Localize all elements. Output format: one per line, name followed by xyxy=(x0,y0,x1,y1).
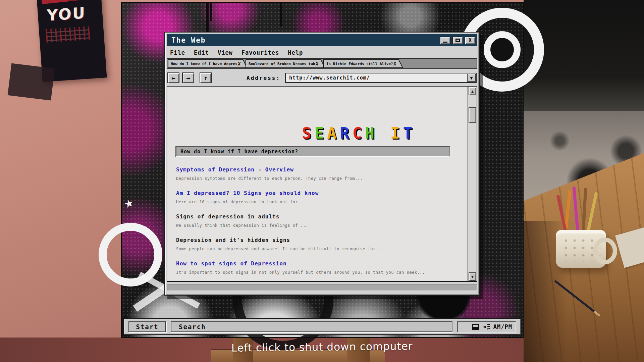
logo-letter: I xyxy=(390,124,403,142)
paint-drip xyxy=(280,3,282,27)
logo-letter: H xyxy=(365,124,378,142)
poster-text: YOU xyxy=(47,4,86,24)
result-description: Here are 10 signs of depression to look … xyxy=(176,200,464,204)
taskbar: Start Search ◄ AM/PM xyxy=(124,319,521,334)
search-result: Depression and it's hidden signs Some pe… xyxy=(176,237,464,251)
clock-label: AM/PM xyxy=(493,323,512,330)
result-title-link[interactable]: Signs of depression in adults xyxy=(176,213,279,220)
close-button[interactable]: X xyxy=(465,37,475,44)
paint-drip xyxy=(206,3,209,33)
browser-tab[interactable]: Boulevard of Broken Dreams tab X xyxy=(246,59,325,68)
scrollbar-thumb[interactable] xyxy=(469,107,476,123)
paint-drip xyxy=(210,3,212,21)
poster-scribble xyxy=(46,26,90,43)
minimize-icon xyxy=(443,42,447,43)
maximize-button[interactable] xyxy=(452,37,463,44)
tab-face: Is Richie Edwards still Alive?... X xyxy=(324,60,402,67)
result-title-link[interactable]: Symptoms of Depression - Overview xyxy=(176,166,294,173)
scroll-down-icon[interactable]: ▼ xyxy=(469,272,476,281)
result-title-link[interactable]: Depression and it's hidden signs xyxy=(176,237,290,243)
search-result: How to spot signs of Depression It's imp… xyxy=(176,260,464,275)
title-bar[interactable]: The Web X xyxy=(167,34,477,46)
computer-screen: The Web X FileEditViewFavouritesHelp How… xyxy=(121,2,524,338)
page-viewport: SEARCH IT Symptoms of Depression - Overv… xyxy=(167,86,477,282)
home-button[interactable]: ↑ xyxy=(200,72,212,83)
search-result: Am I depressed? 10 Signs you should know… xyxy=(176,190,464,204)
browser-tab[interactable]: Is Richie Edwards still Alive?... X xyxy=(323,59,403,68)
menu-item[interactable]: Help xyxy=(288,49,303,56)
tab-bar: How do I know if I have depressi.. X Bou… xyxy=(167,58,477,69)
search-query-input[interactable] xyxy=(175,146,450,157)
logo-letter: E xyxy=(315,124,327,142)
result-title-link[interactable]: Am I depressed? 10 Signs you should know xyxy=(176,190,319,196)
address-input[interactable] xyxy=(286,73,467,82)
forward-button[interactable]: → xyxy=(182,72,194,83)
logo-letter: T xyxy=(403,124,416,142)
address-dropdown-icon[interactable]: ▼ xyxy=(467,74,476,82)
menu-item[interactable]: View xyxy=(218,49,233,56)
tab-face: How do I know if I have depressi.. X xyxy=(168,60,247,67)
tab-close-icon[interactable]: X xyxy=(393,61,396,66)
result-description: Some people can be depressed and unware.… xyxy=(176,247,464,251)
game-scene: YOU The Web X xyxy=(0,0,644,362)
wall-poster xyxy=(8,63,55,100)
browser-window: The Web X FileEditViewFavouritesHelp How… xyxy=(164,32,480,296)
tab-face: Boulevard of Broken Dreams tab X xyxy=(246,60,324,67)
vertical-scrollbar[interactable]: ▲ ▼ xyxy=(468,87,477,281)
speaker-triangle: ◄ xyxy=(483,324,486,329)
menu-item[interactable]: File xyxy=(170,49,185,56)
back-button[interactable]: ← xyxy=(167,72,179,83)
window-title: The Web xyxy=(171,36,438,44)
menu-item[interactable]: Favourites xyxy=(241,49,279,56)
tab-label: How do I know if I have depressi.. xyxy=(171,62,237,66)
start-button[interactable]: Start xyxy=(128,321,166,332)
tab-label: Boulevard of Broken Dreams tab xyxy=(249,62,315,66)
taskbar-window-button[interactable]: Search xyxy=(171,321,452,332)
navigation-toolbar: ← → ↑ Address: ▼ xyxy=(167,70,477,85)
menu-bar: FileEditViewFavouritesHelp xyxy=(167,48,477,58)
tab-close-icon[interactable]: X xyxy=(315,61,319,66)
wallpaper-star xyxy=(122,193,135,212)
status-bar xyxy=(167,285,477,291)
speaker-waves xyxy=(487,324,490,330)
result-description: We usually think that depression is feel… xyxy=(176,223,464,228)
logo-letter: A xyxy=(327,124,340,142)
search-result: Symptoms of Depression - Overview Depres… xyxy=(176,166,464,181)
display-icon[interactable] xyxy=(472,324,479,330)
tab-label: Is Richie Edwards still Alive?... xyxy=(326,62,393,66)
address-label: Address: xyxy=(247,75,280,81)
maximize-icon xyxy=(455,39,460,42)
mug-pattern xyxy=(561,237,600,262)
tab-close-icon[interactable]: X xyxy=(237,61,241,66)
result-description: Depression symptoms are different to eac… xyxy=(176,176,464,181)
result-title-link[interactable]: How to spot signs of Depression xyxy=(176,260,287,267)
minimize-button[interactable] xyxy=(440,37,450,44)
search-result: Signs of depression in adults We usually… xyxy=(176,213,464,228)
web-page: SEARCH IT Symptoms of Depression - Overv… xyxy=(167,87,468,281)
browser-tab[interactable]: How do I know if I have depressi.. X xyxy=(168,59,248,68)
result-description: It's important to spot signs in not only… xyxy=(176,270,464,275)
searchit-logo: SEARCH IT xyxy=(175,95,464,141)
logo-letter: C xyxy=(353,124,365,142)
wallpaper-ring xyxy=(484,31,521,68)
menu-item[interactable]: Edit xyxy=(194,49,209,56)
logo-letter: R xyxy=(340,124,353,142)
logo-letter: S xyxy=(302,124,315,142)
speaker-icon[interactable]: ◄ xyxy=(483,324,490,329)
address-bar: ▼ xyxy=(285,73,477,83)
scroll-up-icon[interactable]: ▲ xyxy=(469,87,476,95)
system-tray: ◄ AM/PM xyxy=(457,321,516,332)
wallpaper-ring xyxy=(99,223,162,287)
search-results: Symptoms of Depression - Overview Depres… xyxy=(176,166,464,275)
logo-letter xyxy=(378,124,390,142)
pencil-mug xyxy=(556,230,606,268)
